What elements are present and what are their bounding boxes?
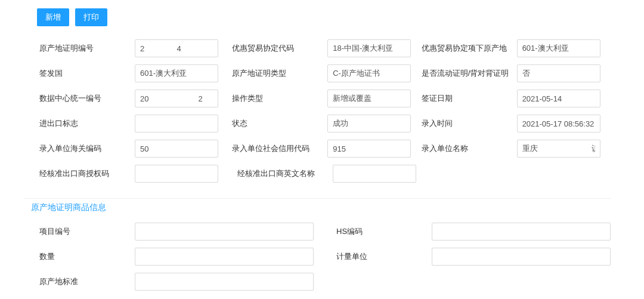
label-goods-item-no: 项目编号 xyxy=(39,226,135,237)
add-button[interactable]: 新增 xyxy=(37,8,69,26)
label-goods-qty: 数量 xyxy=(39,251,135,262)
input-pref-code[interactable] xyxy=(327,39,411,57)
page-scroll[interactable]: 新增 打印 原产地证明编号 优惠贸易协定代码 优惠贸易协定项下原产地 xyxy=(0,0,634,299)
input-origin-under-pref[interactable] xyxy=(517,39,600,57)
label-goods-hs-code: HS编码 xyxy=(336,226,432,237)
input-exporter-en-name[interactable] xyxy=(333,165,416,183)
label-goods-unit: 计量单位 xyxy=(336,251,432,262)
label-pref-code: 优惠贸易协定代码 xyxy=(232,43,327,54)
origin-cert-form: 原产地证明编号 优惠贸易协定代码 优惠贸易协定项下原产地 签发国 xyxy=(24,30,611,196)
input-op-type[interactable] xyxy=(327,90,411,107)
label-visa-date: 签证日期 xyxy=(422,93,517,104)
label-cert-no: 原产地证明编号 xyxy=(39,43,135,54)
label-io-flag: 进出口标志 xyxy=(39,118,135,129)
input-entry-unit-code[interactable] xyxy=(135,140,218,158)
section-title-goods: 原产地证明商品信息 xyxy=(24,198,611,219)
input-goods-qty[interactable] xyxy=(135,248,314,266)
label-op-type: 操作类型 xyxy=(232,93,327,104)
input-goods-origin-std[interactable] xyxy=(135,273,314,291)
label-dc-id: 数据中心统一编号 xyxy=(39,93,135,104)
input-entry-unit-name[interactable] xyxy=(517,140,600,158)
input-goods-unit[interactable] xyxy=(432,248,611,266)
input-goods-item-no[interactable] xyxy=(135,223,314,241)
toolbar: 新增 打印 xyxy=(24,0,611,30)
input-issuing-country[interactable] xyxy=(135,64,218,82)
label-origin-under-pref: 优惠贸易协定项下原产地 xyxy=(422,43,517,54)
label-entry-unit-code: 录入单位海关编码 xyxy=(39,143,135,154)
input-entry-unit-credit[interactable] xyxy=(327,140,411,158)
label-issuing-country: 签发国 xyxy=(39,68,135,79)
label-cert-type: 原产地证明类型 xyxy=(232,68,327,79)
input-visa-date[interactable] xyxy=(517,90,600,107)
label-entry-unit-credit: 录入单位社会信用代码 xyxy=(232,143,327,154)
print-button[interactable]: 打印 xyxy=(75,8,107,26)
label-status: 状态 xyxy=(232,118,327,129)
content: 新增 打印 原产地证明编号 优惠贸易协定代码 优惠贸易协定项下原产地 xyxy=(0,0,634,299)
label-entry-time: 录入时间 xyxy=(422,118,517,129)
input-exporter-auth[interactable] xyxy=(135,165,218,183)
input-goods-hs-code[interactable] xyxy=(432,223,611,241)
label-goods-origin-std: 原产地标准 xyxy=(39,276,135,287)
input-io-flag[interactable] xyxy=(135,115,218,132)
input-cert-no[interactable] xyxy=(135,39,218,57)
label-entry-unit-name: 录入单位名称 xyxy=(422,143,517,154)
label-exporter-auth: 经核准出口商授权码 xyxy=(39,168,135,179)
input-dc-id[interactable] xyxy=(135,90,218,107)
label-exporter-en-name: 经核准出口商英文名称 xyxy=(237,168,333,179)
input-entry-time[interactable] xyxy=(517,115,600,132)
input-movement[interactable] xyxy=(517,64,600,82)
input-status[interactable] xyxy=(327,115,411,132)
input-cert-type[interactable] xyxy=(327,64,411,82)
goods-form: 项目编号 HS编码 数量 计量单位 xyxy=(24,219,611,299)
label-movement: 是否流动证明/背对背证明 xyxy=(422,68,517,79)
